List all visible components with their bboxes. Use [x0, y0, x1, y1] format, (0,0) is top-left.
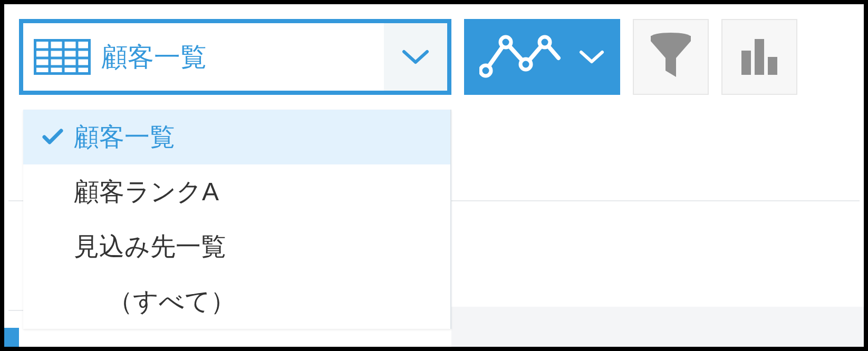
svg-point-7	[480, 65, 491, 76]
svg-point-8	[500, 37, 511, 47]
dropdown-item-customer-rank-a[interactable]: 顧客ランクA	[23, 164, 450, 219]
view-dropdown: 顧客一覧 顧客ランクA 見込み先一覧 （すべて）	[23, 110, 451, 329]
graph-line-icon	[479, 33, 564, 81]
chevron-down-icon[interactable]	[384, 23, 447, 91]
filter-button[interactable]	[633, 19, 709, 95]
check-icon	[40, 128, 65, 147]
svg-point-11	[651, 33, 691, 41]
row-indicator	[4, 328, 19, 347]
funnel-icon	[649, 33, 693, 81]
svg-rect-14	[768, 57, 777, 75]
view-selector-label: 顧客一覧	[101, 40, 384, 75]
dropdown-item-all[interactable]: （すべて）	[23, 274, 450, 329]
graph-view-button[interactable]	[464, 19, 620, 95]
dropdown-item-label: 顧客ランクA	[74, 175, 219, 209]
footer-bar	[451, 307, 864, 347]
dropdown-item-label: 顧客一覧	[74, 120, 175, 154]
svg-point-10	[539, 37, 550, 47]
bar-chart-button[interactable]	[721, 19, 797, 95]
dropdown-item-customer-list[interactable]: 顧客一覧	[23, 110, 450, 164]
svg-rect-13	[755, 39, 764, 75]
svg-rect-12	[741, 51, 751, 75]
chevron-down-icon[interactable]	[578, 49, 605, 65]
view-selector[interactable]: 顧客一覧	[19, 19, 451, 95]
table-icon	[33, 38, 92, 76]
svg-point-9	[520, 59, 531, 70]
toolbar: 顧客一覧	[4, 4, 864, 99]
bar-chart-icon	[738, 36, 780, 78]
dropdown-item-prospect-list[interactable]: 見込み先一覧	[23, 219, 450, 274]
dropdown-item-label: （すべて）	[108, 285, 236, 318]
dropdown-item-label: 見込み先一覧	[74, 230, 226, 264]
